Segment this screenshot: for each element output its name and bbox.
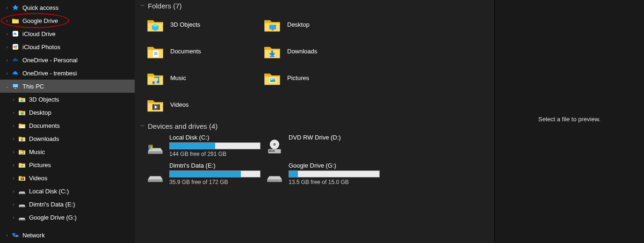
chevron-right-icon[interactable]: › xyxy=(3,5,11,10)
svg-rect-33 xyxy=(13,233,15,236)
drive-label: DVD RW Drive (D:) xyxy=(289,134,380,141)
folder-tile[interactable]: Desktop xyxy=(263,12,380,37)
svg-rect-58 xyxy=(151,147,153,149)
tree-item[interactable]: ›iCloud Photos xyxy=(0,40,135,53)
folders-group-header[interactable]: ﹀ Folders (7) xyxy=(139,0,494,12)
tree-item-label: Downloads xyxy=(29,135,59,142)
svg-point-60 xyxy=(273,143,276,146)
chevron-right-icon[interactable]: › xyxy=(3,44,11,50)
tree-item[interactable]: ›Google Drive xyxy=(0,14,135,27)
svg-rect-51 xyxy=(159,104,159,110)
tree-item[interactable]: ›3D Objects xyxy=(0,93,135,106)
drive-label: Local Disk (C:) xyxy=(169,134,260,141)
tree-item[interactable]: ›Dimtri's Data (E:) xyxy=(0,198,135,211)
tree-item[interactable]: ›Music xyxy=(0,145,135,158)
svg-rect-42 xyxy=(154,54,158,54)
chevron-right-icon[interactable]: › xyxy=(9,123,18,128)
folders-header-label: Folders (7) xyxy=(148,2,182,10)
svg-point-45 xyxy=(157,81,159,83)
tree-item[interactable]: ›Pictures xyxy=(0,158,135,171)
tree-item[interactable]: ›OneDrive - Personal xyxy=(0,53,135,66)
capacity-bar xyxy=(289,170,380,177)
chevron-right-icon[interactable]: › xyxy=(9,110,18,115)
chevron-right-icon[interactable]: › xyxy=(3,31,11,37)
tree-item[interactable]: ›OneDrive - trembesi xyxy=(0,66,135,80)
svg-rect-56 xyxy=(151,145,153,147)
tree-item[interactable]: ›Local Disk (C:) xyxy=(0,184,135,198)
svg-rect-24 xyxy=(21,178,22,180)
folder-label: Videos xyxy=(170,101,189,108)
pictures-big-icon xyxy=(263,69,282,88)
drive-tile[interactable]: DVDDVD RW Drive (D:) xyxy=(265,134,384,157)
chevron-right-icon[interactable]: › xyxy=(9,189,18,194)
tree-item[interactable]: ›Downloads xyxy=(0,132,135,145)
drive-body: Local Disk (C:)144 GB free of 291 GB xyxy=(169,134,260,157)
tree-item-label: Videos xyxy=(29,175,48,182)
capacity-fill xyxy=(289,171,298,177)
folder-tile[interactable]: Documents xyxy=(146,38,263,64)
tree-item[interactable]: ›Videos xyxy=(0,171,135,184)
tree-item-label: Google Drive xyxy=(22,17,58,24)
tree-item-label: Network xyxy=(22,232,45,239)
tree-item[interactable]: ›Google Drive (G:) xyxy=(0,211,135,224)
onedrive-blue-icon xyxy=(11,69,20,77)
svg-text:DVD: DVD xyxy=(270,150,274,152)
drive-body: Google Drive (G:)13.5 GB free of 15.0 GB xyxy=(289,162,380,185)
tree-item-label: This PC xyxy=(22,83,44,90)
folder-label: Music xyxy=(170,74,186,81)
chevron-right-icon[interactable]: › xyxy=(9,215,18,220)
tree-item-label: OneDrive - Personal xyxy=(22,57,78,64)
svg-rect-14 xyxy=(22,126,23,126)
tree-item[interactable]: ›Documents xyxy=(0,119,135,132)
chevron-down-icon: ﹀ xyxy=(140,123,145,130)
preview-pane: Select a file to preview. xyxy=(494,0,644,243)
music-big-icon xyxy=(146,69,165,88)
documents-big-icon xyxy=(146,42,165,61)
tree-item[interactable]: ›Network xyxy=(0,228,135,242)
tree-item-label: Google Drive (G:) xyxy=(29,214,77,221)
hdd-icon xyxy=(265,166,284,184)
chevron-right-icon[interactable]: › xyxy=(9,97,18,102)
tree-item[interactable]: ›Desktop xyxy=(0,106,135,119)
svg-rect-17 xyxy=(21,140,23,141)
tree-item-label: Music xyxy=(29,148,45,155)
drive-tile[interactable]: Local Disk (C:)144 GB free of 291 GB xyxy=(146,134,265,157)
capacity-bar xyxy=(169,170,260,177)
drive-tile[interactable]: Google Drive (G:)13.5 GB free of 15.0 GB xyxy=(265,162,384,185)
tree-item[interactable]: ›Quick access xyxy=(0,1,135,14)
videos-big-icon xyxy=(146,96,165,114)
chevron-right-icon[interactable]: › xyxy=(3,18,11,23)
drive-free-text: 35.9 GB free of 172 GB xyxy=(169,179,260,185)
drive-body: Dimtri's Data (E:)35.9 GB free of 172 GB xyxy=(169,162,260,185)
music-icon xyxy=(18,147,26,156)
svg-rect-8 xyxy=(14,88,16,89)
folder-tile[interactable]: 3D Objects xyxy=(146,12,263,37)
folder-tile[interactable]: Videos xyxy=(146,92,263,118)
chevron-right-icon[interactable]: › xyxy=(9,149,18,155)
pictures-icon xyxy=(18,161,26,169)
drive-tile[interactable]: Dimtri's Data (E:)35.9 GB free of 172 GB xyxy=(146,162,265,185)
drives-group-header[interactable]: ﹀ Devices and drives (4) xyxy=(139,120,494,132)
svg-point-30 xyxy=(24,206,25,207)
chevron-down-icon: ﹀ xyxy=(140,3,145,9)
svg-point-22 xyxy=(22,165,22,165)
dvd-icon: DVD xyxy=(265,138,284,156)
folder-tile[interactable]: Downloads xyxy=(263,38,380,64)
tree-item-label: Pictures xyxy=(29,162,51,169)
chevron-right-icon[interactable]: › xyxy=(3,233,11,238)
cdrive-icon xyxy=(146,138,165,156)
chevron-right-icon[interactable]: › xyxy=(9,162,18,168)
folder-tile[interactable]: Pictures xyxy=(263,65,380,91)
chevron-right-icon[interactable]: › xyxy=(9,136,18,141)
3dobjects-icon xyxy=(18,95,26,103)
chevron-right-icon[interactable]: › xyxy=(3,58,11,63)
network-icon xyxy=(11,231,20,239)
chevron-down-icon[interactable]: ⌄ xyxy=(3,84,11,89)
tree-item[interactable]: ⌄This PC xyxy=(0,80,135,93)
chevron-right-icon[interactable]: › xyxy=(9,176,18,181)
folder-label: 3D Objects xyxy=(170,21,200,28)
tree-item[interactable]: ›iCloud Drive xyxy=(0,27,135,40)
chevron-right-icon[interactable]: › xyxy=(3,71,11,76)
chevron-right-icon[interactable]: › xyxy=(9,202,18,207)
folder-tile[interactable]: Music xyxy=(146,65,263,91)
